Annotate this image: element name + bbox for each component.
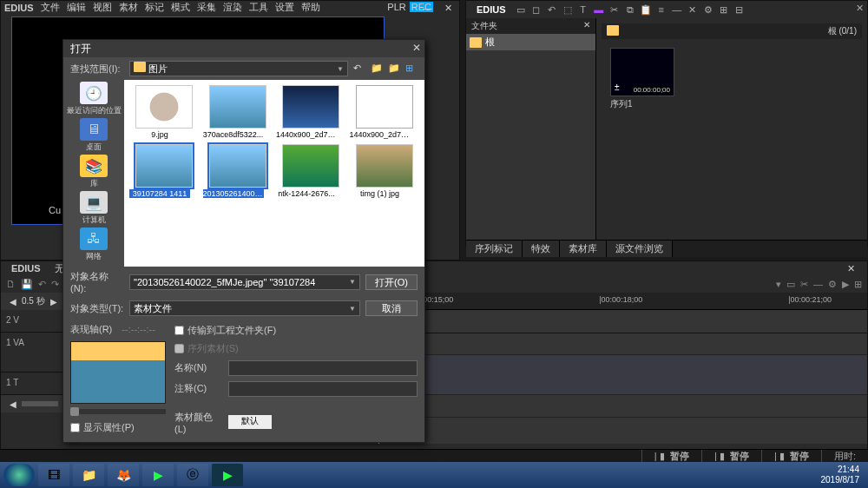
menu-file[interactable]: 文件	[37, 1, 63, 14]
tab-markers[interactable]: 序列标记	[466, 241, 523, 257]
menu-marker[interactable]: 标记	[141, 1, 168, 14]
bin-tool-icon[interactable]: ↶	[546, 3, 558, 16]
menu-tools[interactable]: 工具	[246, 1, 272, 14]
zoom-out-icon[interactable]: ◀	[10, 399, 16, 409]
status-item: | ▮ 暂停	[641, 450, 701, 462]
tl-tool-icon[interactable]: ⊞	[854, 279, 862, 290]
clip-thumbnail[interactable]: ± 00:00:00;00	[610, 48, 674, 96]
tl-tool-icon[interactable]: —	[813, 279, 823, 289]
undo-icon[interactable]: ↶	[38, 279, 46, 290]
preview-slider[interactable]	[70, 409, 166, 414]
tl-tool-icon[interactable]: ✂	[800, 279, 808, 290]
tab-source[interactable]: 源文件浏览	[607, 241, 673, 257]
start-button[interactable]	[3, 464, 35, 486]
show-props-checkbox[interactable]	[70, 423, 80, 432]
clip-type-icon: ±	[615, 82, 620, 92]
place-network[interactable]: 🖧网络	[80, 228, 108, 262]
menu-help[interactable]: 帮助	[298, 1, 324, 14]
bin-tool-icon[interactable]: T	[577, 3, 589, 16]
dialog-close-icon[interactable]: ✕	[412, 42, 421, 54]
tl-tool-icon[interactable]: ▶	[842, 279, 849, 290]
taskbar-app[interactable]: ▶	[142, 464, 174, 486]
up-icon[interactable]: 📁	[371, 63, 383, 75]
tl-tool-icon[interactable]: 💾	[21, 279, 33, 290]
file-item[interactable]: 9.jpg	[129, 85, 200, 139]
view-icon[interactable]: ⊞	[405, 63, 418, 75]
folder-root[interactable]: 根	[466, 34, 595, 50]
system-tray[interactable]: 21:44 2019/8/17	[821, 465, 865, 485]
zoom-out-icon[interactable]: ◀	[10, 297, 16, 307]
status-item: | ▮ 暂停	[761, 450, 821, 462]
taskbar-app[interactable]: 🎞	[38, 464, 69, 486]
menu-mode[interactable]: 模式	[168, 1, 194, 14]
folder-close-icon[interactable]: ✕	[583, 20, 590, 32]
tl-tool-icon[interactable]: ⚙	[828, 279, 837, 290]
bin-tool-icon[interactable]: ≡	[655, 3, 667, 16]
axis-label: 表现轴(R)	[70, 324, 112, 334]
bin-tool-icon[interactable]: ⬚	[562, 3, 574, 16]
file-item[interactable]: ntk-1244-2676...	[276, 144, 346, 198]
new-folder-icon[interactable]: 📁	[388, 63, 400, 75]
cancel-button[interactable]: 取消	[365, 300, 418, 316]
tl-tool-icon[interactable]: 🗋	[6, 279, 16, 289]
minimize-icon[interactable]: —	[419, 3, 436, 14]
file-item[interactable]: 1440x900_2d7e...	[350, 85, 420, 139]
menu-edit[interactable]: 编辑	[63, 1, 89, 14]
comment-input[interactable]	[228, 381, 418, 397]
bin-tool-icon[interactable]: ⊟	[733, 3, 746, 16]
axis-value: --:--:--:--	[122, 324, 155, 334]
taskbar-ie[interactable]: ⓔ	[177, 464, 208, 486]
close-icon[interactable]: ✕	[847, 263, 855, 274]
tab-effects[interactable]: 特效	[523, 241, 560, 257]
menu-render[interactable]: 渲染	[220, 1, 246, 14]
sequence-checkbox	[174, 344, 184, 353]
color-button[interactable]: 默认	[228, 415, 272, 429]
bin-tool-icon[interactable]: ✕	[687, 3, 699, 16]
cut-icon[interactable]: ✂	[608, 3, 621, 16]
menu-capture[interactable]: 采集	[194, 1, 220, 14]
taskbar-firefox[interactable]: 🦊	[108, 464, 139, 486]
place-recent[interactable]: 🕘最近访问的位置	[67, 82, 122, 116]
lookin-combo[interactable]: 图片▼	[129, 61, 348, 76]
name-input[interactable]	[228, 360, 418, 376]
file-item[interactable]: 1440x900_2d7e...	[276, 85, 346, 139]
menu-settings[interactable]: 设置	[272, 1, 298, 14]
file-list[interactable]: 9.jpg 370ace8df5322... 1440x900_2d7e... …	[124, 80, 424, 267]
paste-icon[interactable]: 📋	[640, 3, 652, 16]
filetype-combo[interactable]: 素材文件▼	[129, 300, 360, 316]
menu-view[interactable]: 视图	[89, 1, 115, 14]
tab-bin[interactable]: 素材库	[560, 241, 607, 257]
copy-icon[interactable]: ⧉	[624, 3, 636, 16]
back-icon[interactable]: ↶	[353, 63, 365, 75]
bin-tool-icon[interactable]: —	[671, 3, 683, 16]
menu-clip[interactable]: 素材	[115, 1, 141, 14]
file-item-selected[interactable]: 20130526140022	[203, 144, 273, 198]
zoom-slider[interactable]	[22, 401, 58, 406]
place-desktop[interactable]: 🖥桌面	[80, 118, 108, 153]
taskbar-explorer[interactable]: 📁	[73, 464, 104, 486]
file-item[interactable]: 370ace8df5322...	[203, 85, 273, 139]
status-bar: | ▮ 暂停 | ▮ 暂停 | ▮ 暂停 用时:	[0, 449, 868, 462]
bin-tool-icon[interactable]: ◻	[530, 3, 542, 16]
place-library[interactable]: 📚库	[80, 155, 108, 189]
bin-tool-icon[interactable]: ▭	[515, 3, 527, 16]
close-icon[interactable]: ✕	[441, 3, 456, 14]
main-menu-bar: EDIUS 文件 编辑 视图 素材 标记 模式 采集 渲染 工具 设置 帮助 P…	[1, 1, 459, 14]
bin-tool-icon[interactable]: ▬	[593, 3, 605, 16]
tl-tool-icon[interactable]: ▭	[786, 279, 795, 290]
transfer-checkbox[interactable]	[174, 326, 184, 335]
folder-icon	[607, 25, 619, 36]
filename-input[interactable]: "20130526140022_5fMJe.jpeg" "39107284▼	[129, 274, 360, 290]
zoom-in-icon[interactable]: ▶	[50, 297, 57, 307]
file-item-selected[interactable]: 39107284 1411	[129, 144, 200, 198]
bin-tool-icon[interactable]: ⊞	[718, 3, 730, 16]
bin-title: EDIUS	[471, 3, 511, 16]
file-item[interactable]: timg (1) jpg	[350, 144, 420, 198]
close-icon[interactable]: ✕	[856, 3, 864, 14]
open-button[interactable]: 打开(O)	[365, 274, 418, 290]
bin-tool-icon[interactable]: ⚙	[702, 3, 714, 16]
tl-tool-icon[interactable]: ▾	[776, 279, 781, 290]
redo-icon[interactable]: ↷	[51, 279, 59, 290]
taskbar-app[interactable]: ▶	[212, 464, 243, 486]
place-computer[interactable]: 💻计算机	[80, 191, 108, 226]
